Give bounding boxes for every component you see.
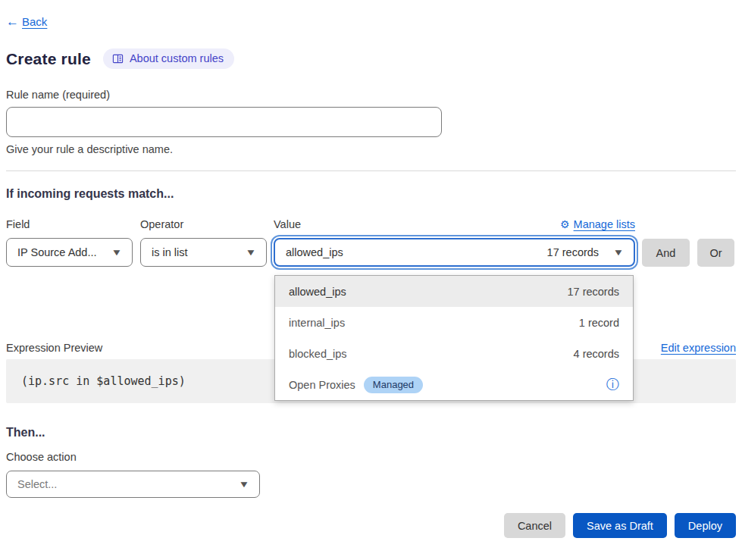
list-option-name: blocked_ips xyxy=(289,348,347,360)
edit-expression-link[interactable]: Edit expression xyxy=(661,342,736,354)
list-option-name-group: Open Proxies Managed xyxy=(289,377,423,393)
value-label-row: Value ⚙ Manage lists xyxy=(274,218,635,230)
about-custom-rules-label: About custom rules xyxy=(130,52,224,64)
then-section-heading: Then... xyxy=(6,426,736,440)
rule-name-help-text: Give your rule a descriptive name. xyxy=(6,143,736,155)
or-button[interactable]: Or xyxy=(697,239,734,267)
chevron-down-icon: ▼ xyxy=(111,248,123,257)
manage-lists-link[interactable]: Manage lists xyxy=(574,218,635,230)
action-select[interactable]: Select... ▼ xyxy=(6,471,260,498)
operator-select[interactable]: is in list ▼ xyxy=(140,238,267,267)
page-title: Create rule xyxy=(6,50,91,68)
value-select-selected: allowed_ips xyxy=(286,246,343,258)
list-option-allowed-ips[interactable]: allowed_ips 17 records xyxy=(275,276,633,307)
book-icon xyxy=(112,53,124,64)
field-select-value: IP Source Add... xyxy=(17,246,97,258)
list-option-name: Open Proxies xyxy=(289,379,355,391)
chevron-down-icon: ▼ xyxy=(613,248,625,257)
choose-action-label: Choose action xyxy=(6,451,736,463)
managed-badge: Managed xyxy=(364,377,423,393)
field-label: Field xyxy=(6,218,133,230)
deploy-button[interactable]: Deploy xyxy=(675,513,736,538)
value-column: Value ⚙ Manage lists allowed_ips 17 reco… xyxy=(274,218,635,267)
rule-name-input[interactable] xyxy=(6,107,442,137)
value-select[interactable]: allowed_ips 17 records ▼ xyxy=(274,238,635,267)
list-option-internal-ips[interactable]: internal_ips 1 record xyxy=(275,307,633,338)
chevron-down-icon: ▼ xyxy=(239,480,250,489)
footer-actions: Cancel Save as Draft Deploy xyxy=(6,513,736,538)
list-option-meta: 4 records xyxy=(574,348,619,360)
list-option-meta: 17 records xyxy=(567,286,619,298)
operator-column: Operator is in list ▼ xyxy=(140,218,267,267)
manage-lists: ⚙ Manage lists xyxy=(560,218,635,230)
list-option-blocked-ips[interactable]: blocked_ips 4 records xyxy=(275,338,633,369)
action-select-placeholder: Select... xyxy=(17,478,57,490)
info-icon[interactable]: ⓘ xyxy=(606,378,619,391)
list-option-meta: 1 record xyxy=(579,317,619,329)
operator-select-value: is in list xyxy=(152,246,188,258)
match-section-heading: If incoming requests match... xyxy=(6,187,736,201)
operator-label: Operator xyxy=(140,218,267,230)
rule-name-label: Rule name (required) xyxy=(6,89,736,101)
gear-icon: ⚙ xyxy=(560,219,570,230)
create-rule-page: ← Back Create rule About custom rules Ru… xyxy=(0,0,742,560)
list-option-name: internal_ips xyxy=(289,317,345,329)
field-column: Field IP Source Add... ▼ xyxy=(6,218,133,267)
expression-code: (ip.src in $allowed_ips) xyxy=(21,374,186,388)
and-button[interactable]: And xyxy=(642,239,690,267)
save-as-draft-button[interactable]: Save as Draft xyxy=(573,513,667,538)
list-option-name: allowed_ips xyxy=(289,286,346,298)
section-divider xyxy=(6,171,736,171)
chevron-down-icon: ▼ xyxy=(246,248,257,257)
expression-preview-label: Expression Preview xyxy=(6,342,102,354)
list-option-open-proxies[interactable]: Open Proxies Managed ⓘ xyxy=(275,369,633,400)
value-select-meta: 17 records xyxy=(547,246,600,258)
value-select-right: 17 records ▼ xyxy=(547,246,623,258)
value-label: Value xyxy=(274,218,301,230)
field-select[interactable]: IP Source Add... ▼ xyxy=(6,238,133,267)
condition-row: Field IP Source Add... ▼ Operator is in … xyxy=(6,218,736,267)
cancel-button[interactable]: Cancel xyxy=(504,513,565,538)
about-custom-rules-link[interactable]: About custom rules xyxy=(103,48,234,69)
value-listbox: allowed_ips 17 records internal_ips 1 re… xyxy=(274,275,634,401)
back-link[interactable]: Back xyxy=(22,15,47,28)
title-row: Create rule About custom rules xyxy=(6,48,736,69)
back-arrow-icon: ← xyxy=(6,15,19,28)
back-row: ← Back xyxy=(6,14,736,29)
